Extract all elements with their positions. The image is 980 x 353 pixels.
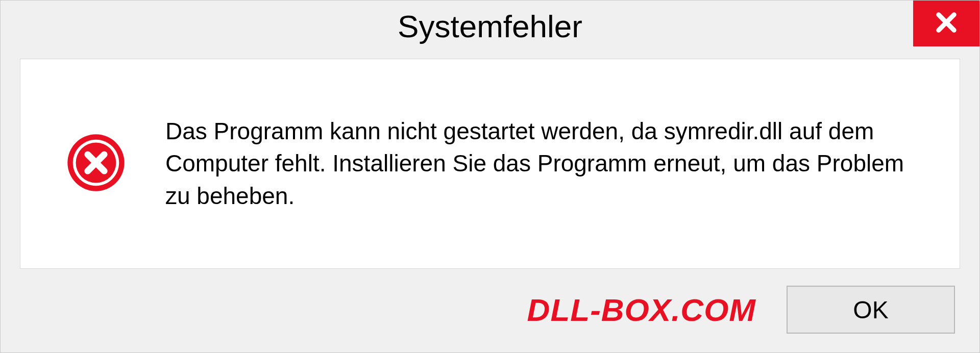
error-icon <box>66 133 126 194</box>
dialog-title: Systemfehler <box>398 8 582 44</box>
titlebar: Systemfehler <box>1 1 979 52</box>
content-panel: Das Programm kann nicht gestartet werden… <box>20 59 960 269</box>
close-icon <box>933 9 960 38</box>
dialog-footer: DLL-BOX.COM OK <box>1 281 979 352</box>
error-dialog: Systemfehler Das Programm kann nicht ges… <box>0 0 980 353</box>
close-button[interactable] <box>913 1 979 46</box>
ok-button[interactable]: OK <box>787 286 955 334</box>
watermark-text: DLL-BOX.COM <box>527 292 756 328</box>
ok-button-label: OK <box>853 296 888 324</box>
error-message: Das Programm kann nicht gestartet werden… <box>165 115 919 212</box>
